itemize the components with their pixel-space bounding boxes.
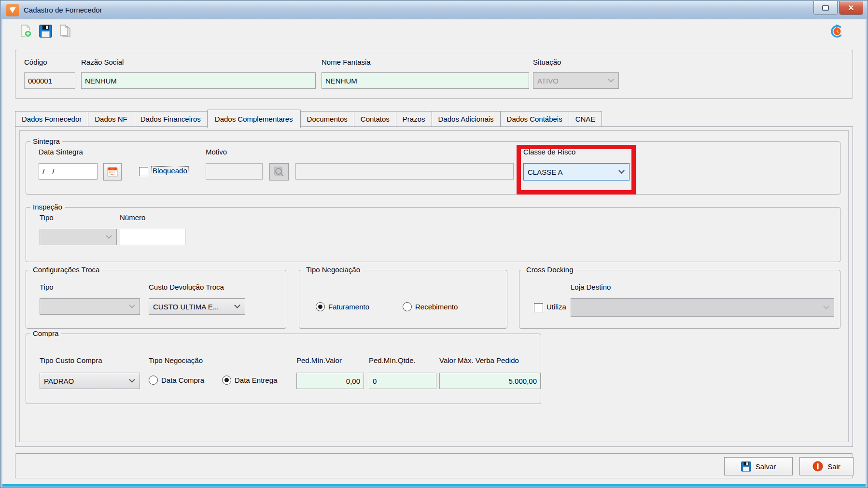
compra-group: Compra Tipo Custo Compra PADRAO Tipo Neg… xyxy=(26,334,541,404)
ped-min-valor-label: Ped.Mín.Valor xyxy=(296,356,342,364)
inspecao-tipo-label: Tipo xyxy=(40,213,54,222)
data-compra-radio[interactable]: Data Compra xyxy=(149,376,204,385)
radio-icon xyxy=(403,302,412,311)
radio-icon xyxy=(222,376,231,385)
compra-group-label: Compra xyxy=(30,329,61,337)
titlebar: Cadastro de Fornecedor ✕ xyxy=(1,1,867,19)
close-button[interactable]: ✕ xyxy=(839,1,863,15)
loja-destino-label: Loja Destino xyxy=(571,283,611,291)
ped-min-qtde-label: Ped.Mín.Qtde. xyxy=(369,356,416,364)
clear-icon xyxy=(58,24,72,38)
inspecao-group: Inspeção Tipo Número xyxy=(26,207,840,262)
motivo-description-input[interactable] xyxy=(295,163,514,180)
restore-icon xyxy=(822,5,829,11)
cross-docking-group: Cross Docking Loja Destino Utiliza xyxy=(519,270,840,329)
save-icon xyxy=(39,25,52,38)
utiliza-checkbox[interactable] xyxy=(534,303,543,312)
funnel-icon xyxy=(9,6,16,14)
chevron-down-icon xyxy=(618,167,625,174)
chevron-down-icon xyxy=(823,303,829,309)
tab-cnae[interactable]: CNAE xyxy=(569,111,602,127)
tab-dados-complementares[interactable]: Dados Complementares xyxy=(207,110,301,128)
save-icon xyxy=(741,461,751,472)
configuracoes-troca-group-label: Configurações Troca xyxy=(30,265,102,274)
chevron-down-icon xyxy=(129,376,135,383)
header-group: Código 000001 Razão Social NENHUM Nome F… xyxy=(15,50,853,99)
nome-fantasia-label: Nome Fantasia xyxy=(322,58,371,66)
new-record-button[interactable] xyxy=(18,24,33,38)
calendar-button[interactable] xyxy=(103,163,122,181)
search-icon xyxy=(273,166,285,178)
calendar-icon xyxy=(107,166,118,178)
nome-fantasia-field[interactable]: NENHUM xyxy=(322,72,529,89)
cross-docking-group-label: Cross Docking xyxy=(524,265,576,274)
salvar-button[interactable]: Salvar xyxy=(724,457,793,475)
window-cadastro-fornecedor: Cadastro de Fornecedor ✕ xyxy=(0,0,868,488)
troca-tipo-select[interactable] xyxy=(40,298,140,315)
restore-button[interactable] xyxy=(813,1,838,15)
toolbar xyxy=(2,19,866,42)
utiliza-label[interactable]: Utiliza xyxy=(546,303,566,311)
tipo-negociacao-group: Tipo Negociação Faturamento Recebimento xyxy=(299,270,507,329)
tab-prazos[interactable]: Prazos xyxy=(396,111,432,127)
inspecao-tipo-select[interactable] xyxy=(40,229,117,245)
faturamento-radio[interactable]: Faturamento xyxy=(316,302,369,311)
bloqueado-checkbox[interactable] xyxy=(139,167,148,176)
tab-strip: Dados Fornecedor Dados NF Dados Financei… xyxy=(15,111,602,127)
motivo-search-button[interactable] xyxy=(269,163,289,181)
chevron-down-icon xyxy=(129,302,135,308)
history-icon xyxy=(830,24,844,38)
tipo-custo-compra-label: Tipo Custo Compra xyxy=(40,356,102,364)
tab-dados-contabeis[interactable]: Dados Contábeis xyxy=(500,111,569,127)
new-record-icon xyxy=(19,24,32,38)
ped-min-qtde-input[interactable]: 0 xyxy=(369,373,436,389)
razao-social-field[interactable]: NENHUM xyxy=(81,72,316,89)
codigo-field[interactable]: 000001 xyxy=(24,72,75,89)
chevron-down-icon xyxy=(106,233,112,239)
tipo-custo-compra-select[interactable]: PADRAO xyxy=(40,373,140,389)
tab-dados-fornecedor[interactable]: Dados Fornecedor xyxy=(15,111,88,127)
history-button[interactable] xyxy=(830,24,844,38)
motivo-label: Motivo xyxy=(206,148,227,156)
data-entrega-radio[interactable]: Data Entrega xyxy=(222,376,277,385)
data-sintegra-label: Data Sintegra xyxy=(39,148,83,156)
valor-max-verba-label: Valor Máx. Verba Pedido xyxy=(439,356,519,364)
footer-panel: Salvar Sair xyxy=(15,453,853,478)
troca-tipo-label: Tipo xyxy=(40,283,54,291)
save-record-button[interactable] xyxy=(38,24,53,38)
window-title: Cadastro de Fornecedor xyxy=(24,6,102,14)
inspecao-group-label: Inspeção xyxy=(30,203,65,211)
tab-documentos[interactable]: Documentos xyxy=(300,111,354,127)
radio-icon xyxy=(149,376,158,385)
loja-destino-select[interactable] xyxy=(571,298,834,317)
window-bottom-edge xyxy=(2,484,866,487)
exit-icon xyxy=(812,461,823,472)
razao-social-label: Razão Social xyxy=(81,58,124,66)
custo-devolucao-label: Custo Devolução Troca xyxy=(149,283,224,291)
tab-contatos[interactable]: Contatos xyxy=(354,111,396,127)
classe-de-risco-label: Classe de Risco xyxy=(523,148,575,156)
inspecao-numero-input[interactable] xyxy=(120,229,185,245)
radio-icon xyxy=(316,302,325,311)
situacao-select[interactable]: ATIVO xyxy=(533,72,619,89)
classe-de-risco-select[interactable]: CLASSE A xyxy=(523,163,630,181)
ped-min-valor-input[interactable]: 0,00 xyxy=(296,373,364,389)
data-sintegra-input[interactable]: / / xyxy=(39,163,98,180)
situacao-label: Situação xyxy=(533,58,561,66)
chevron-down-icon xyxy=(608,76,614,83)
sintegra-group: Sintegra Data Sintegra / / Bloqueado Mot… xyxy=(26,141,840,195)
recebimento-radio[interactable]: Recebimento xyxy=(403,302,458,311)
motivo-code-input[interactable] xyxy=(206,163,263,180)
close-icon: ✕ xyxy=(848,3,854,13)
tab-dados-nf[interactable]: Dados NF xyxy=(88,111,134,127)
custo-devolucao-select[interactable]: CUSTO ULTIMA E... xyxy=(149,298,245,315)
configuracoes-troca-group: Configurações Troca Tipo Custo Devolução… xyxy=(26,270,286,329)
chevron-down-icon xyxy=(234,302,240,308)
sintegra-group-label: Sintegra xyxy=(30,137,62,145)
tab-dados-adicionais[interactable]: Dados Adicionais xyxy=(432,111,501,127)
clear-form-button[interactable] xyxy=(58,24,72,38)
bloqueado-label[interactable]: Bloqueado xyxy=(152,167,188,175)
valor-max-verba-input[interactable]: 5.000,00 xyxy=(439,373,541,389)
tab-dados-financeiros[interactable]: Dados Financeiros xyxy=(134,111,208,127)
sair-button[interactable]: Sair xyxy=(799,457,854,475)
